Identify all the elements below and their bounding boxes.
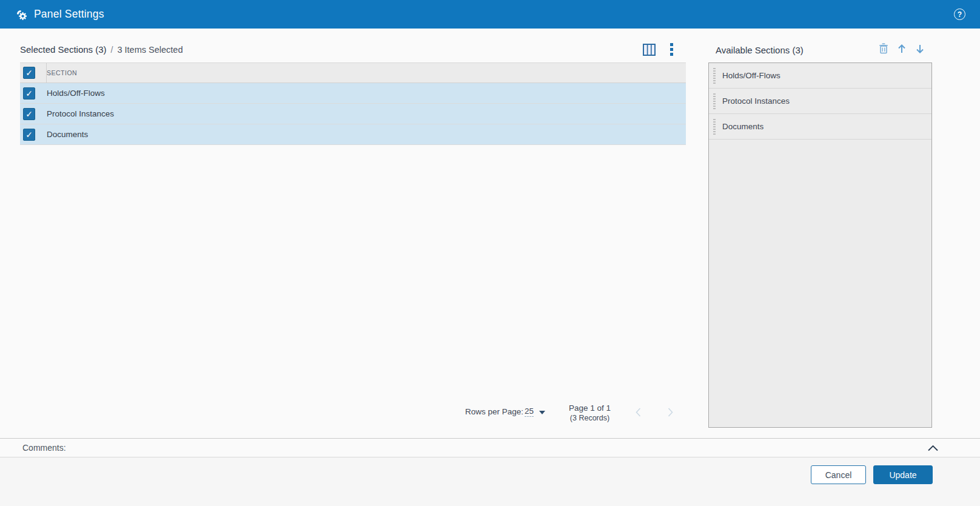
column-chooser-icon[interactable] bbox=[643, 44, 656, 56]
section-row-label: Documents bbox=[47, 130, 88, 139]
page-number-text: Page 1 of 1 bbox=[564, 403, 616, 413]
check-icon: ✓ bbox=[25, 89, 33, 97]
more-options-kebab-icon[interactable] bbox=[669, 42, 674, 56]
available-sections-title: Available Sections (3) bbox=[716, 45, 804, 55]
check-icon: ✓ bbox=[25, 109, 33, 118]
section-row-label: Protocol Instances bbox=[47, 109, 114, 118]
select-all-checkbox[interactable]: ✓ bbox=[23, 67, 35, 79]
available-section-label: Holds/Off-Flows bbox=[722, 71, 780, 80]
section-row-label: Holds/Off-Flows bbox=[47, 89, 105, 98]
drag-handle-icon[interactable] bbox=[713, 119, 716, 135]
delete-icon[interactable] bbox=[879, 43, 888, 54]
row-checkbox[interactable]: ✓ bbox=[23, 129, 35, 141]
table-header-row: ✓ SECTION bbox=[20, 62, 686, 83]
move-down-icon[interactable] bbox=[915, 44, 925, 54]
items-selected-count: 3 Items Selected bbox=[117, 45, 183, 55]
rows-per-page-label: Rows per Page: bbox=[465, 407, 523, 416]
available-section-item[interactable]: Holds/Off-Flows bbox=[709, 63, 931, 89]
chevron-up-icon[interactable] bbox=[927, 443, 939, 454]
drag-handle-icon[interactable] bbox=[713, 93, 716, 109]
rows-per-page-value[interactable]: 25 bbox=[525, 406, 534, 417]
title-bar: Panel Settings ? bbox=[0, 0, 980, 29]
available-section-label: Documents bbox=[722, 122, 764, 131]
table-row[interactable]: ✓ Holds/Off-Flows bbox=[20, 83, 686, 104]
help-icon[interactable]: ? bbox=[954, 8, 965, 20]
available-section-label: Protocol Instances bbox=[722, 96, 790, 106]
action-bar: Cancel Update bbox=[0, 457, 980, 506]
select-all-cell: ✓ bbox=[20, 63, 47, 83]
drag-handle-icon[interactable] bbox=[713, 68, 716, 84]
check-icon: ✓ bbox=[25, 69, 33, 77]
row-checkbox-cell: ✓ bbox=[20, 83, 47, 103]
panel-settings-dialog: Panel Settings ? Selected Sections (3) /… bbox=[0, 0, 980, 506]
selected-sections-heading: Selected Sections (3) / 3 Items Selected bbox=[20, 44, 183, 55]
available-sections-toolbar bbox=[879, 43, 925, 54]
next-page-icon[interactable] bbox=[666, 407, 674, 420]
table-row[interactable]: ✓ Protocol Instances bbox=[20, 104, 686, 124]
caret-down-icon bbox=[539, 411, 545, 414]
available-section-item[interactable]: Protocol Instances bbox=[709, 89, 931, 114]
panel-settings-gear-icon bbox=[15, 8, 28, 21]
available-section-item[interactable]: Documents bbox=[709, 114, 931, 140]
help-glyph: ? bbox=[958, 11, 962, 18]
page-info: Page 1 of 1 (3 Records) bbox=[564, 403, 616, 423]
table-row[interactable]: ✓ Documents bbox=[20, 124, 686, 145]
available-sections-panel: Holds/Off-Flows Protocol Instances Docum… bbox=[708, 62, 932, 428]
row-checkbox[interactable]: ✓ bbox=[23, 108, 35, 120]
section-column-header[interactable]: SECTION bbox=[47, 69, 77, 76]
comments-label: Comments: bbox=[22, 443, 66, 453]
previous-page-icon[interactable] bbox=[634, 407, 643, 420]
check-icon: ✓ bbox=[25, 130, 33, 138]
rows-per-page-control[interactable]: Rows per Page: 25 bbox=[465, 406, 545, 417]
grid-toolbar bbox=[643, 42, 674, 56]
row-checkbox-cell: ✓ bbox=[20, 104, 47, 124]
record-count-text: (3 Records) bbox=[564, 413, 616, 423]
move-up-icon[interactable] bbox=[897, 44, 907, 54]
selected-sections-table: ✓ SECTION ✓ Holds/Off-Flows ✓ Protocol I… bbox=[20, 62, 686, 145]
cancel-button[interactable]: Cancel bbox=[811, 465, 866, 484]
heading-divider: / bbox=[111, 45, 113, 55]
selected-sections-title: Selected Sections (3) bbox=[20, 44, 107, 55]
update-button[interactable]: Update bbox=[873, 465, 933, 484]
comments-bar: Comments: bbox=[0, 438, 980, 457]
row-checkbox-cell: ✓ bbox=[20, 124, 47, 144]
row-checkbox[interactable]: ✓ bbox=[23, 87, 35, 100]
page-title: Panel Settings bbox=[34, 8, 104, 21]
